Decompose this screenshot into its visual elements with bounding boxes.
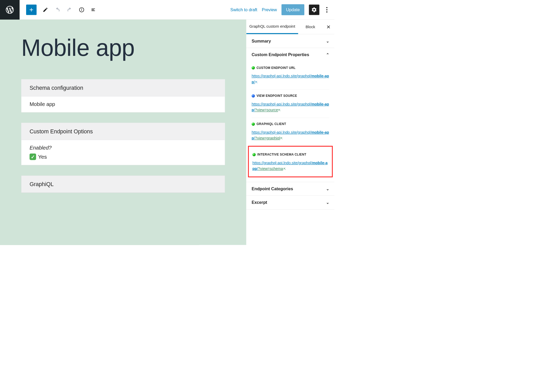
block-value: Mobile app [21,96,225,112]
panel-endpoint-categories[interactable]: Endpoint Categories ⌄ [246,182,334,196]
chevron-up-icon: ⌃ [326,52,329,57]
view-endpoint-source-section: VIEW ENDPOINT SOURCE https://graphql-api… [252,90,329,118]
prop-label: CUSTOM ENDPOINT URL [257,66,296,70]
svg-point-4 [326,9,328,10]
graphiql-block[interactable]: GraphiQL [21,176,225,193]
list-view-icon[interactable] [89,4,99,15]
svg-point-3 [326,7,328,8]
prop-label: INTERACTIVE SCHEMA CLIENT [257,153,306,157]
external-link-icon: ⇱ [278,109,281,112]
block-header: GraphiQL [21,176,225,193]
panel-title: Excerpt [252,200,267,205]
settings-sidebar: GraphQL custom endpoint Block Summary ⌄ … [246,20,335,245]
interactive-schema-link[interactable]: https://graphql-api.lndo.site/graphql/mo… [252,160,328,172]
chevron-down-icon: ⌄ [326,187,329,191]
external-link-icon: ⇱ [280,137,283,140]
schema-configuration-block[interactable]: Schema configuration Mobile app [21,79,225,112]
prop-label: VIEW ENDPOINT SOURCE [257,94,297,98]
graphiql-client-section: GRAPHIQL CLIENT https://graphql-api.lndo… [252,118,329,146]
tab-block[interactable]: Block [298,20,323,34]
page-title[interactable]: Mobile app [21,34,225,61]
custom-endpoint-url-section: CUSTOM ENDPOINT URL https://graphql-api.… [252,62,329,90]
editor-canvas: Mobile app Schema configuration Mobile a… [0,20,246,245]
panel-custom-endpoint-properties[interactable]: Custom Endpoint Properties ⌃ [246,48,334,62]
custom-endpoint-url-link[interactable]: https://graphql-api.lndo.site/graphql/mo… [252,73,329,85]
check-icon: ✓ [30,153,36,160]
preview-link[interactable]: Preview [262,7,277,12]
external-link-icon: ⇱ [255,81,258,84]
wordpress-logo[interactable] [0,0,20,20]
prop-label: GRAPHIQL CLIENT [257,122,286,126]
chevron-down-icon: ⌄ [326,39,329,43]
top-toolbar: Switch to draft Preview Update [0,0,334,20]
info-icon[interactable] [77,4,87,15]
external-link-icon: ⇱ [283,167,286,171]
close-sidebar-button[interactable] [323,20,334,34]
settings-button[interactable] [309,4,319,15]
add-block-button[interactable] [26,4,37,15]
view-source-link[interactable]: https://graphql-api.lndo.site/graphql/mo… [252,101,329,113]
custom-endpoint-options-block[interactable]: Custom Endpoint Options Enabled? ✓ Yes [21,123,225,165]
status-dot-icon [252,122,255,126]
panel-title: Summary [252,39,271,44]
status-dot-icon [252,66,255,70]
redo-button[interactable] [64,4,75,15]
graphiql-client-link[interactable]: https://graphql-api.lndo.site/graphql/mo… [252,129,329,141]
tab-graphql-custom-endpoint[interactable]: GraphQL custom endpoint [246,20,298,34]
panel-excerpt[interactable]: Excerpt ⌄ [246,196,334,209]
block-header: Custom Endpoint Options [21,123,225,140]
enabled-label: Enabled? [30,145,217,151]
status-dot-icon [252,94,255,98]
panel-title: Endpoint Categories [252,186,293,191]
panel-summary[interactable]: Summary ⌄ [246,34,334,48]
update-button[interactable]: Update [282,4,304,15]
chevron-down-icon: ⌄ [326,200,329,205]
status-dot-icon [252,153,256,156]
panel-title: Custom Endpoint Properties [252,52,309,57]
block-header: Schema configuration [21,79,225,96]
interactive-schema-client-section: INTERACTIVE SCHEMA CLIENT https://graphq… [252,148,328,172]
undo-button[interactable] [52,4,63,15]
edit-icon[interactable] [40,4,51,15]
enabled-value: Yes [38,154,47,160]
highlighted-section: INTERACTIVE SCHEMA CLIENT https://graphq… [248,146,333,177]
svg-point-2 [82,9,82,9]
more-options-button[interactable] [324,7,330,13]
svg-point-5 [326,11,328,13]
switch-to-draft-link[interactable]: Switch to draft [230,7,257,12]
